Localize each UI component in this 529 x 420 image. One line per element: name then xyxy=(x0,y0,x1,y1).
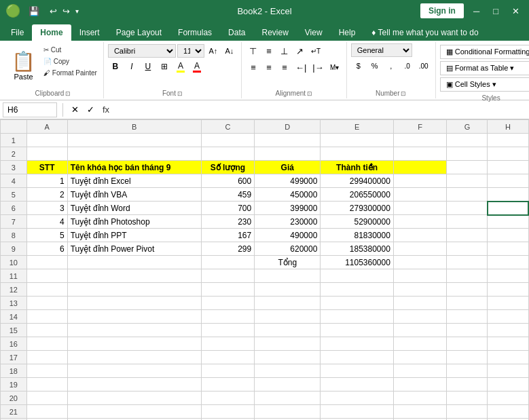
cell-H9[interactable] xyxy=(488,242,528,256)
sign-in-button[interactable]: Sign in xyxy=(420,3,464,18)
bold-button[interactable]: B xyxy=(108,60,123,73)
cell-A2[interactable] xyxy=(26,147,67,161)
increase-indent-button[interactable]: |→ xyxy=(310,60,326,75)
cell-B10[interactable] xyxy=(67,256,201,269)
cell-H5[interactable] xyxy=(488,188,528,202)
col-header-A[interactable]: A xyxy=(26,120,67,134)
cut-button[interactable]: ✂ Cut xyxy=(41,45,99,55)
cell-F3[interactable] xyxy=(393,161,447,174)
increase-decimal-button[interactable]: .00 xyxy=(416,58,431,73)
tab-formulas[interactable]: Formulas xyxy=(170,24,220,41)
cell-E4[interactable]: 299400000 xyxy=(321,174,394,188)
col-header-H[interactable]: H xyxy=(488,120,528,134)
close-button[interactable]: ✕ xyxy=(508,5,524,18)
cell-E6[interactable]: 279300000 xyxy=(321,202,394,215)
cell-F4[interactable] xyxy=(393,174,447,188)
cell-C3[interactable]: Số lượng xyxy=(201,161,255,174)
cell-G1[interactable] xyxy=(447,134,488,147)
cell-A9[interactable]: 6 xyxy=(26,242,67,256)
cell-F1[interactable] xyxy=(393,134,447,147)
paste-button[interactable]: 📋 Paste xyxy=(7,45,40,85)
col-header-C[interactable]: C xyxy=(201,120,255,134)
cell-F10[interactable] xyxy=(393,256,447,269)
number-format-select[interactable]: General xyxy=(351,43,412,57)
tab-home[interactable]: Home xyxy=(32,24,71,41)
cell-D8[interactable]: 490000 xyxy=(255,229,321,242)
tab-tell-me[interactable]: ♦ Tell me what you want to do xyxy=(363,24,486,41)
cell-G6[interactable] xyxy=(447,202,488,215)
cell-E10[interactable]: 1105360000 xyxy=(321,256,394,269)
cell-C5[interactable]: 459 xyxy=(201,188,255,202)
col-header-D[interactable]: D xyxy=(255,120,321,134)
italic-button[interactable]: I xyxy=(124,60,139,73)
redo-button[interactable]: ↪ xyxy=(60,5,72,18)
cell-G10[interactable] xyxy=(447,256,488,269)
cell-H3[interactable] xyxy=(488,161,528,174)
clipboard-expand-icon[interactable]: ⊡ xyxy=(65,90,71,97)
cell-H10[interactable] xyxy=(488,256,528,269)
decrease-decimal-button[interactable]: .0 xyxy=(400,58,415,73)
cell-E2[interactable] xyxy=(321,147,394,161)
cell-D5[interactable]: 450000 xyxy=(255,188,321,202)
cell-C7[interactable]: 230 xyxy=(201,215,255,229)
tab-help[interactable]: Help xyxy=(331,24,364,41)
cell-H1[interactable] xyxy=(488,134,528,147)
alignment-expand-icon[interactable]: ⊡ xyxy=(307,90,312,97)
cell-G8[interactable] xyxy=(447,229,488,242)
cell-H8[interactable] xyxy=(488,229,528,242)
cell-C2[interactable] xyxy=(201,147,255,161)
cell-D3[interactable]: Giá xyxy=(255,161,321,174)
cell-G3[interactable] xyxy=(447,161,488,174)
comma-button[interactable]: , xyxy=(384,58,399,73)
cancel-formula-button[interactable]: ✕ xyxy=(69,103,81,116)
cell-D9[interactable]: 620000 xyxy=(255,242,321,256)
tab-review[interactable]: Review xyxy=(253,24,296,41)
border-button[interactable]: ⊞ xyxy=(157,60,172,73)
cell-D1[interactable] xyxy=(255,134,321,147)
align-bottom-button[interactable]: ⊥ xyxy=(277,43,292,58)
cell-H2[interactable] xyxy=(488,147,528,161)
align-left-button[interactable]: ≡ xyxy=(246,60,261,75)
cell-B2[interactable] xyxy=(67,147,201,161)
cell-H6[interactable] xyxy=(488,202,528,215)
save-button[interactable]: 💾 xyxy=(24,5,43,18)
col-header-E[interactable]: E xyxy=(321,120,394,134)
cell-D6[interactable]: 399000 xyxy=(255,202,321,215)
cell-B4[interactable]: Tuyệt đỉnh Excel xyxy=(67,174,201,188)
cell-G9[interactable] xyxy=(447,242,488,256)
cell-C1[interactable] xyxy=(201,134,255,147)
cell-C8[interactable]: 167 xyxy=(201,229,255,242)
cell-E1[interactable] xyxy=(321,134,394,147)
align-middle-button[interactable]: ≡ xyxy=(261,43,276,58)
cell-B1[interactable] xyxy=(67,134,201,147)
align-center-button[interactable]: ≡ xyxy=(261,60,276,75)
cell-D2[interactable] xyxy=(255,147,321,161)
tab-data[interactable]: Data xyxy=(220,24,253,41)
cell-A3[interactable]: STT xyxy=(26,161,67,174)
decrease-indent-button[interactable]: ←| xyxy=(293,60,309,75)
customize-qat-button[interactable]: ▾ xyxy=(73,6,81,16)
number-expand-icon[interactable]: ⊡ xyxy=(401,90,406,97)
conditional-formatting-button[interactable]: ▦ Conditional Formatting ▾ xyxy=(440,45,529,59)
cell-A5[interactable]: 2 xyxy=(26,188,67,202)
cell-D10[interactable]: Tổng xyxy=(255,256,321,269)
cell-D4[interactable]: 499000 xyxy=(255,174,321,188)
cell-A10[interactable] xyxy=(26,256,67,269)
cell-F2[interactable] xyxy=(393,147,447,161)
cell-A7[interactable]: 4 xyxy=(26,215,67,229)
tab-page-layout[interactable]: Page Layout xyxy=(108,24,170,41)
underline-button[interactable]: U xyxy=(141,60,156,73)
cell-E9[interactable]: 185380000 xyxy=(321,242,394,256)
cell-styles-button[interactable]: ▣ Cell Styles ▾ xyxy=(440,77,529,92)
wrap-text-button[interactable]: ↵T xyxy=(308,43,323,58)
cell-B6[interactable]: Tuyệt đỉnh Word xyxy=(67,202,201,215)
tab-insert[interactable]: Insert xyxy=(71,24,108,41)
cell-G7[interactable] xyxy=(447,215,488,229)
font-expand-icon[interactable]: ⊡ xyxy=(177,90,183,97)
align-right-button[interactable]: ≡ xyxy=(277,60,292,75)
tab-view[interactable]: View xyxy=(297,24,331,41)
cell-A6[interactable]: 3 xyxy=(26,202,67,215)
col-header-B[interactable]: B xyxy=(67,120,201,134)
cell-E8[interactable]: 81830000 xyxy=(321,229,394,242)
merge-center-button[interactable]: M▾ xyxy=(327,60,342,75)
